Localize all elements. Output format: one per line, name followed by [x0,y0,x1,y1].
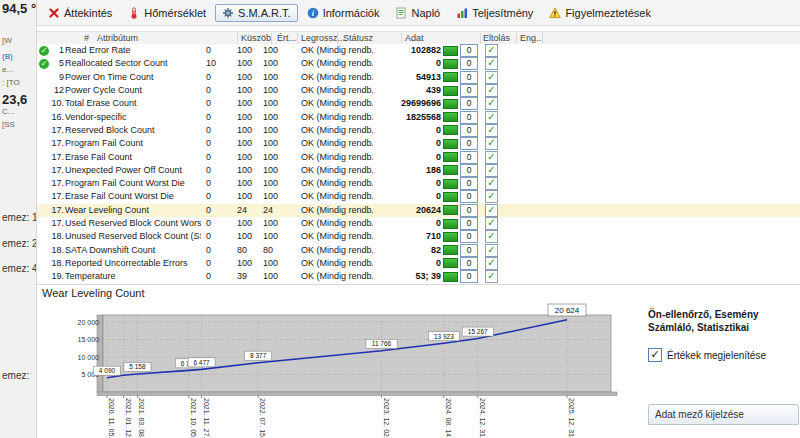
enabled-checkbox[interactable]: ✓ [485,257,498,270]
table-row[interactable]: 17.Erase Fail Count Worst Die0100100OK (… [37,190,800,203]
attr-value: 24 [235,204,261,217]
table-row[interactable]: 12Power Cycle Count0100100OK (Mindig ren… [37,84,800,97]
enabled-checkbox[interactable]: ✓ [485,151,498,164]
column-header[interactable]: Legrossz... [301,33,345,43]
offset-value[interactable]: 0 [460,151,478,164]
enabled-checkbox[interactable]: ✓ [485,57,498,70]
table-row[interactable]: 9Power On Time Count0100100OK (Mindig re… [37,71,800,84]
offset-value[interactable]: 0 [460,217,478,230]
offset-value[interactable]: 0 [460,84,478,97]
enabled-checkbox[interactable]: ✓ [485,71,498,84]
enabled-checkbox[interactable]: ✓ [485,190,498,203]
column-header[interactable]: Eng... [520,33,544,43]
attr-value: 100 [235,217,261,230]
attr-threshold: 0 [201,84,235,97]
offset-value[interactable]: 0 [460,71,478,84]
table-row[interactable]: 17.Used Reserved Block Count Worst ...01… [37,217,800,230]
enabled-checkbox[interactable]: ✓ [485,270,498,283]
show-values-checkbox[interactable]: ✓ Értékek megjelenítése [648,348,800,362]
enabled-checkbox[interactable]: ✓ [485,204,498,217]
offset-value[interactable]: 0 [460,44,478,57]
attr-id: 17. [51,124,64,137]
table-row[interactable]: 17.Wear Leveling Count02424OK (Mindig re… [37,204,800,217]
enabled-checkbox[interactable]: ✓ [485,244,498,257]
table-row[interactable]: 17.Program Fail Count0100100OK (Mindig r… [37,137,800,150]
attr-worst: 100 [261,230,301,243]
table-row[interactable]: 17.Unexpected Power Off Count0100100OK (… [37,164,800,177]
enabled-checkbox[interactable]: ✓ [485,44,498,57]
attr-value: 100 [235,97,261,110]
enabled-checkbox[interactable]: ✓ [485,137,498,150]
data-field-header[interactable]: Adat mező kijelzése [648,404,799,425]
attr-value: 39 [235,270,261,283]
tab-s-m-a-r-t-[interactable]: S.M.A.R.T. [215,4,298,22]
attr-worst: 100 [261,44,301,57]
overview-close-icon [48,7,60,19]
offset-value[interactable]: 0 [460,164,478,177]
attr-status: OK (Mindig rendb... [301,71,373,84]
enabled-checkbox[interactable]: ✓ [485,97,498,110]
offset-value[interactable]: 0 [460,57,478,70]
column-header[interactable]: Attribútum [97,33,138,43]
column-separator [237,33,238,44]
left-sidebar-clipped: 94,5 °[W(B)e...: [TO23,6C...[SSemez: 1em… [0,0,37,438]
column-header[interactable]: Státusz [343,33,373,43]
table-row[interactable]: 18.Reported Uncorrectable Errors0100100O… [37,257,800,270]
wear-leveling-chart: 5 00010 00015 00020 0002020. 11. 05.2021… [37,298,637,438]
table-row[interactable]: 17.Reserved Block Count0100100OK (Mindig… [37,124,800,137]
smart-gear-icon [222,7,234,19]
tab-figyelmeztet-sek[interactable]: Figyelmeztetések [542,4,658,22]
offset-value[interactable]: 0 [460,270,478,283]
column-header[interactable]: Adat [405,33,424,43]
table-row[interactable]: 18.SATA Downshift Count08080OK (Mindig r… [37,243,800,256]
checkbox-icon[interactable]: ✓ [648,348,662,362]
enabled-checkbox[interactable]: ✓ [485,217,498,230]
offset-value[interactable]: 0 [460,190,478,203]
column-header[interactable]: Küszöb [241,33,271,43]
warning-icon [549,7,561,19]
offset-value[interactable]: 0 [460,137,478,150]
enabled-checkbox[interactable]: ✓ [485,177,498,190]
attr-worst: 100 [261,177,301,190]
table-row[interactable]: 18.Unused Reserved Block Count (SSD ...0… [37,230,800,243]
tab--ttekint-s[interactable]: Áttekintés [41,4,119,22]
table-row[interactable]: 10.Total Erase Count0100100OK (Mindig re… [37,97,800,110]
offset-value[interactable]: 0 [460,204,478,217]
tab-inform-ci-k[interactable]: iInformációk [300,4,387,22]
offset-value[interactable]: 0 [460,111,478,124]
offset-value[interactable]: 0 [460,230,478,243]
tab-label: Hőmérséklet [144,7,206,19]
table-row[interactable]: 19.Temperature039100OK (Mindig rendb...5… [37,270,800,283]
enabled-checkbox[interactable]: ✓ [485,230,498,243]
table-row[interactable]: ✓1Read Error Rate0100100OK (Mindig rendb… [37,44,800,57]
tab-h-m-rs-klet[interactable]: Hőmérséklet [121,4,213,22]
enabled-checkbox[interactable]: ✓ [485,124,498,137]
sidebar-fragment: [SS [2,120,15,129]
attr-threshold: 0 [201,137,235,150]
attr-id: 17. [51,190,64,203]
enabled-checkbox[interactable]: ✓ [485,164,498,177]
offset-bar [443,125,458,135]
attr-value: 80 [235,244,261,257]
column-header[interactable]: Eltolás [483,33,510,43]
attr-status: OK (Mindig rendb... [301,244,373,257]
attr-worst: 100 [261,57,301,70]
offset-value[interactable]: 0 [460,177,478,190]
attr-data: 0 [373,217,441,230]
tab-teljes-tm-ny[interactable]: Teljesítmény [449,4,540,22]
table-row[interactable]: 17.Program Fail Count Worst Die0100100OK… [37,177,800,190]
table-row[interactable]: 16.Vendor-specific0100100OK (Mindig rend… [37,110,800,123]
offset-value[interactable]: 0 [460,97,478,110]
offset-value[interactable]: 0 [460,244,478,257]
table-row[interactable]: ✓5Reallocated Sector Count10100100OK (Mi… [37,57,800,70]
enabled-checkbox[interactable]: ✓ [485,111,498,124]
enabled-checkbox[interactable]: ✓ [485,84,498,97]
column-header[interactable]: Ért... [277,33,296,43]
column-header[interactable]: # [84,33,89,43]
offset-bar [443,258,458,268]
offset-value[interactable]: 0 [460,257,478,270]
tab-label: Teljesítmény [472,7,533,19]
table-row[interactable]: 17.Erase Fail Count0100100OK (Mindig ren… [37,150,800,163]
tab-napl-[interactable]: Napló [388,4,447,22]
offset-value[interactable]: 0 [460,124,478,137]
